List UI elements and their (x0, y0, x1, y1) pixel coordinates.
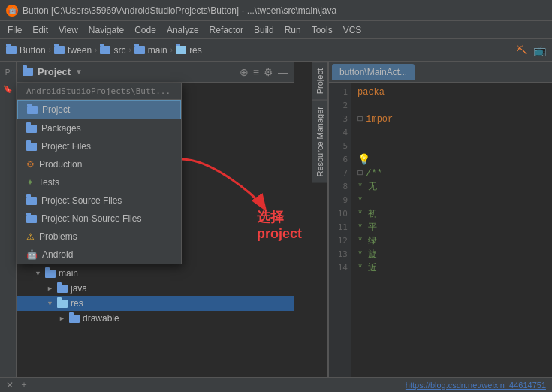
dropdown-android-icon: 🤖 (26, 249, 38, 260)
dropdown-item-project-files[interactable]: Project Files (17, 137, 181, 155)
menu-code[interactable]: Code (130, 23, 161, 37)
project-panel: Project ▼ ⊕ ≡ ⚙ — AndroidStudioProjects\… (17, 62, 294, 392)
breadcrumb-sep1: › (49, 46, 51, 54)
tree-arrow-java: ► (47, 285, 54, 292)
menu-file[interactable]: File (3, 23, 26, 37)
menu-analyze[interactable]: Analyze (162, 23, 204, 37)
hammer-icon: ⛏ (517, 44, 527, 56)
panel-folder-icon (23, 68, 33, 76)
code-editor: button\MainAct... 1 2 3 4 5 6 7 8 9 10 1… (327, 62, 552, 392)
tree-main-icon (45, 270, 56, 278)
dropdown-menu: AndroidStudioProjects\Butt... Project Pa… (17, 83, 182, 264)
code-line-4 (357, 126, 546, 140)
code-content: packa ⊞ impor 💡 ⊟ /** * 无 (351, 83, 552, 392)
dropdown-item-problems[interactable]: ⚠ Problems (17, 228, 181, 246)
code-line-5 (357, 140, 546, 153)
menu-build[interactable]: Build (249, 23, 279, 37)
status-bar: ✕ ＋ https://blog.csdn.net/weixin_4461475… (0, 377, 552, 392)
breadcrumb-sep4: › (170, 46, 173, 54)
breadcrumb-res-icon (176, 46, 186, 54)
breadcrumb-res[interactable]: res (189, 45, 202, 56)
tree-res-icon (57, 300, 68, 308)
panel-header: Project ▼ ⊕ ≡ ⚙ — (17, 62, 294, 83)
toolbar: Button › tween › src › main › res ⛏ 📺 (0, 39, 552, 62)
tree-java[interactable]: ► java (17, 281, 294, 296)
breadcrumb-main[interactable]: main (148, 45, 167, 56)
dropdown-project-files-icon (26, 143, 37, 151)
bulb-icon: 💡 (357, 153, 370, 167)
panel-dropdown-arrow[interactable]: ▼ (75, 68, 83, 76)
dropdown-item-android[interactable]: 🤖 Android (17, 246, 181, 264)
title-text: Button [C:\Users\35969\AndroidStudioProj… (23, 5, 336, 16)
menu-refactor[interactable]: Refactor (205, 23, 248, 37)
sidebar-tabs: P 🔖 (0, 62, 17, 392)
tree-main[interactable]: ▼ main (17, 266, 294, 281)
dropdown-item-project[interactable]: Project (17, 100, 181, 119)
menu-run[interactable]: Run (280, 23, 306, 37)
dropdown-production-icon: ⚙ (26, 159, 35, 170)
code-line-14: * 近 (357, 261, 546, 275)
tree-arrow-main: ▼ (35, 270, 42, 277)
breadcrumb-button-icon (6, 46, 17, 54)
dropdown-item-tests[interactable]: ✦ Tests (17, 173, 181, 191)
breadcrumb-button[interactable]: Button (20, 45, 46, 56)
dropdown-path: AndroidStudioProjects\Butt... (17, 83, 181, 100)
code-line-2 (357, 99, 546, 113)
dropdown-project-icon (27, 106, 38, 114)
code-line-1: packa (357, 86, 546, 99)
status-url[interactable]: https://blog.csdn.net/weixin_44614751 (406, 381, 552, 390)
panel-scope-icon[interactable]: ⊕ (240, 66, 249, 78)
tree-res[interactable]: ▼ res (17, 296, 294, 311)
menu-tools[interactable]: Tools (307, 23, 337, 37)
breadcrumb-src[interactable]: src (113, 45, 125, 56)
code-line-3: ⊞ impor (357, 113, 546, 126)
editor-tab-bar: button\MainAct... (329, 62, 552, 83)
add-tab-btn[interactable]: ＋ (20, 378, 29, 391)
tree-arrow-drawable: ► (59, 315, 66, 322)
breadcrumb-tween-icon (54, 46, 65, 54)
breadcrumb-src-icon (100, 46, 110, 54)
code-line-9: * (357, 194, 546, 207)
sidebar-tab-project[interactable]: P (0, 65, 15, 80)
breadcrumb-tween[interactable]: tween (68, 45, 92, 56)
editor-tab-main[interactable]: button\MainAct... (332, 64, 415, 80)
tree-drawable-icon (69, 315, 80, 323)
vertical-label-project[interactable]: Project (312, 62, 327, 100)
line-numbers: 1 2 3 4 5 6 7 8 9 10 11 12 13 14 (329, 83, 351, 392)
dropdown-item-production[interactable]: ⚙ Production (17, 155, 181, 173)
code-line-8: * 无 (357, 180, 546, 194)
code-line-7: ⊟ /** (357, 167, 546, 180)
dropdown-item-project-source[interactable]: Project Source Files (17, 191, 181, 210)
tree-drawable[interactable]: ► drawable (17, 311, 294, 326)
menu-navigate[interactable]: Navigate (84, 23, 128, 37)
dropdown-item-packages[interactable]: Packages (17, 119, 181, 137)
close-tab-btn[interactable]: ✕ (6, 380, 14, 390)
panel-title: Project (38, 66, 71, 77)
red-arrow (167, 152, 279, 219)
dropdown-tests-icon: ✦ (26, 177, 34, 188)
sidebar-tab-bookmark[interactable]: 🔖 (0, 81, 15, 96)
bottom-tabs-area: ✕ ＋ (0, 378, 35, 391)
menu-edit[interactable]: Edit (28, 23, 53, 37)
menu-bar: File Edit View Navigate Code Analyze Ref… (0, 21, 552, 39)
dropdown-packages-icon (26, 125, 37, 133)
menu-vcs[interactable]: VCS (339, 23, 366, 37)
code-line-12: * 绿 (357, 234, 546, 248)
tree-arrow-res: ▼ (47, 300, 54, 307)
panel-collapse-icon[interactable]: ≡ (253, 66, 259, 78)
panel-header-icons: ⊕ ≡ ⚙ — (240, 66, 288, 78)
panel-close-icon[interactable]: — (278, 66, 288, 78)
menu-view[interactable]: View (54, 23, 83, 37)
tv-icon: 📺 (533, 44, 546, 56)
breadcrumb-sep2: › (95, 46, 97, 54)
code-line-6: 💡 (357, 153, 546, 167)
panel-settings-icon[interactable]: ⚙ (264, 66, 273, 78)
vertical-labels-container: Project Resource Manager (312, 62, 327, 392)
app-icon: 🤖 (6, 5, 18, 17)
vertical-label-resource-manager[interactable]: Resource Manager (312, 100, 327, 183)
code-line-13: * 旋 (357, 248, 546, 261)
dropdown-problems-icon: ⚠ (26, 231, 35, 242)
dropdown-project-source-icon (26, 197, 37, 205)
main-area: P 🔖 Project ▼ ⊕ ≡ ⚙ — AndroidStudioProje… (0, 62, 552, 392)
dropdown-item-project-nonsource[interactable]: Project Non-Source Files (17, 210, 181, 228)
